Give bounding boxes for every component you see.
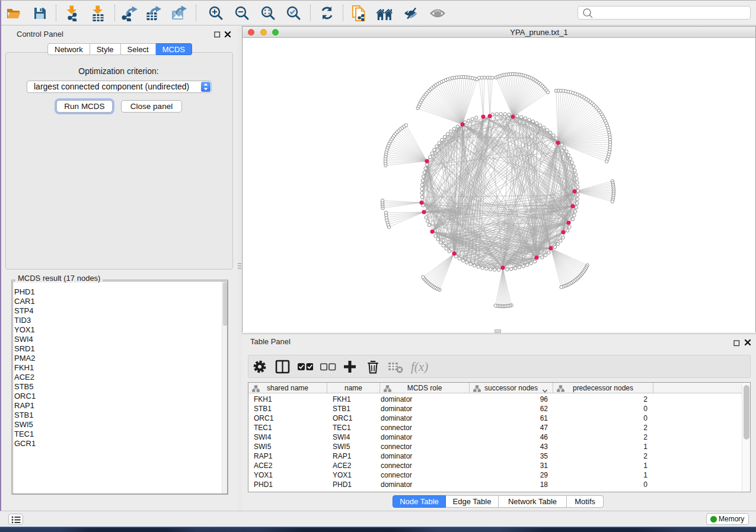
svg-text:f(x): f(x) (411, 360, 428, 374)
